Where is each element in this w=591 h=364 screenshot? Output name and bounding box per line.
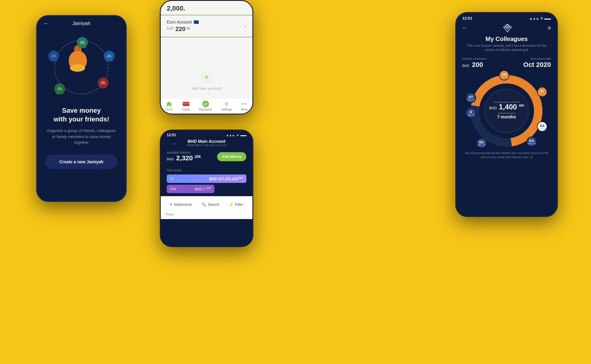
nav-home[interactable]: Home: [165, 101, 173, 111]
back-icon[interactable]: ←: [43, 20, 49, 27]
phone4-back-icon[interactable]: ←: [462, 25, 467, 31]
today-label: Today: [165, 210, 248, 216]
phone4-title-section: My Colleagues This is our ila team Jamiy…: [456, 36, 557, 56]
avatar-aa: AA OCT '20: [537, 121, 547, 132]
person-bottom-left: [54, 83, 65, 94]
monthly-contribution-value: BHD 200: [462, 61, 487, 69]
phone-colleagues: 12:51 ▲▲▲ ⊛ ▬▬ ← ≡ My Colleagues This is…: [455, 12, 558, 217]
search-item[interactable]: 🔍 Search: [201, 202, 219, 207]
avatar-r: R JAN '21: [466, 108, 476, 118]
nav-settings-label: Settings: [221, 108, 232, 111]
bottom-nav: Home Cards ⇄ Payments ⚙ Settings: [161, 98, 252, 114]
nav-payments[interactable]: ⇄ Payments: [199, 101, 212, 111]
account-balance-euro: EUR 220 00: [167, 26, 245, 33]
phone1-main-text: Save moneywith your friends!: [46, 106, 117, 124]
balance-amount: BHD 2,320 206: [167, 154, 201, 162]
avatar-bg: BG DEC '20: [476, 138, 487, 148]
this-month-section: This month In BHD 327,451,034000 Out BHD…: [161, 166, 252, 196]
phone3-back[interactable]: ←: [166, 136, 183, 149]
phone-jamiyah-intro: ← Jamiyah Save moneywith your fri: [36, 15, 127, 202]
home-icon: [166, 101, 173, 107]
diamond-icon: [503, 24, 512, 33]
cards-icon: [182, 101, 190, 107]
contribution-row: Monthly contribution BHD 200 Next payout…: [456, 56, 557, 72]
account-name-euro: Euro Account 🇪🇺: [167, 20, 245, 24]
add-circle-icon: +: [200, 71, 213, 84]
menu-icon[interactable]: ≡: [548, 25, 551, 31]
payments-icon: ⇄: [202, 101, 209, 107]
phone1-title: Jamiyah: [72, 21, 90, 26]
coins: [70, 64, 85, 72]
add-money-button[interactable]: Add Money: [217, 152, 246, 161]
nav-cards[interactable]: Cards: [182, 101, 190, 111]
next-payout-value: Oct 2020: [523, 61, 551, 69]
monthly-contribution-label: Monthly contribution: [462, 57, 487, 60]
add-account-label: Add new account: [191, 86, 222, 91]
nav-settings[interactable]: ⚙ Settings: [221, 101, 232, 111]
nav-home-label: Home: [165, 108, 173, 111]
phone4-subtitle: This is our ila team Jamiyah, and it has…: [462, 44, 551, 52]
balance-label: Available Balance: [167, 151, 201, 154]
out-bar: Out BHD 1 000: [167, 185, 214, 193]
nav-more[interactable]: ••• More: [241, 101, 248, 111]
filter-label: Filter: [235, 202, 243, 207]
statements-icon: ≡: [170, 202, 172, 207]
chevron-right-icon: [245, 23, 246, 29]
search-label: Search: [208, 202, 219, 207]
payout-amount-value: BHD 1,400 000: [489, 103, 524, 111]
top-balance-amount: 2,000.: [167, 5, 246, 12]
create-jamiyah-button[interactable]: Create a new Jamiyah: [45, 155, 118, 169]
nav-cards-label: Cards: [182, 108, 190, 111]
phone4-footer-text: We will automatically transfer 200BHD fr…: [456, 148, 557, 164]
in-amount: BHD 327,451,034000: [209, 176, 243, 181]
nav-payments-label: Payments: [199, 108, 212, 111]
person-right: [104, 51, 115, 61]
search-icon: 🔍: [201, 202, 206, 207]
avatar-nt: NT FEB '21: [466, 93, 476, 103]
top-balance: 2,000.: [161, 1, 252, 15]
accounts-list: Euro Account 🇪🇺 EUR 220 00: [161, 15, 252, 63]
phone4-nav: ← ≡: [456, 22, 557, 36]
donut-center: Jamiyah payout amount BHD 1,400 000 Jami…: [489, 101, 524, 119]
donut-section: Jamiyah payout amount BHD 1,400 000 Jami…: [467, 72, 546, 148]
phone3-acct-number: BH00 ABC0 1234 1234 1111 10: [187, 144, 226, 147]
avatar-am: AM OCT '20: [499, 70, 509, 80]
person-left: [48, 51, 59, 61]
signal-icon: ▲▲▲: [529, 17, 539, 20]
next-payout-label: Next payout date: [523, 57, 551, 60]
jamiyah-illustration: [45, 34, 118, 100]
this-month-label: This month: [167, 169, 246, 172]
account-item-euro[interactable]: Euro Account 🇪🇺 EUR 220 00: [161, 15, 252, 37]
wifi-icon: ⊛: [540, 16, 543, 20]
phone4-statusbar: 12:51 ▲▲▲ ⊛ ▬▬: [456, 13, 557, 22]
add-account-button[interactable]: + Add new account: [161, 63, 252, 98]
filter-item[interactable]: ⚡ Filter: [229, 202, 243, 207]
avatar-af: AF OCT '21: [537, 87, 547, 97]
duration-value: 7 months: [489, 115, 524, 119]
phone-accounts: 2,000. Euro Account 🇪🇺 EUR 220 00: [160, 0, 253, 115]
in-bar: In BHD 327,451,034000: [167, 174, 246, 183]
phone4-title: My Colleagues: [462, 36, 551, 42]
phone1-header: ← Jamiyah: [37, 16, 126, 31]
balance-section: Available Balance BHD 2,320 206 Add Mone…: [161, 148, 252, 166]
person-top: [77, 37, 88, 48]
battery-icon: ▬▬: [544, 17, 551, 20]
euro-flag: 🇪🇺: [194, 20, 199, 24]
statements-label: Statements: [174, 202, 192, 207]
statements-item[interactable]: ≡ Statements: [170, 202, 192, 207]
avatar-ba: BA NOV '20: [526, 136, 537, 147]
phone1-text-block: Save moneywith your friends! Organize a …: [37, 106, 126, 146]
phone4-time: 12:51: [462, 16, 472, 20]
svg-marker-2: [505, 24, 510, 30]
phone1-sub-text: Organize a group of friends, colleagues …: [46, 128, 117, 146]
phone3-status-icons: ▲▲▲ ⊛ ▬▬: [226, 133, 246, 137]
person-bottom-right: [98, 77, 109, 88]
svg-marker-0: [166, 102, 172, 106]
filter-icon: ⚡: [229, 202, 234, 207]
duration-label: Jamiyah duration: [489, 112, 524, 115]
more-icon: •••: [241, 101, 248, 107]
phone-bhd-account: 12:51 ▲▲▲ ⊛ ▬▬ ← BHD Main Account BH00 A…: [160, 130, 253, 247]
settings-icon: ⚙: [223, 101, 230, 107]
statements-bar: ≡ Statements 🔍 Search ⚡ Filter: [165, 199, 248, 210]
nav-more-label: More: [241, 108, 248, 111]
